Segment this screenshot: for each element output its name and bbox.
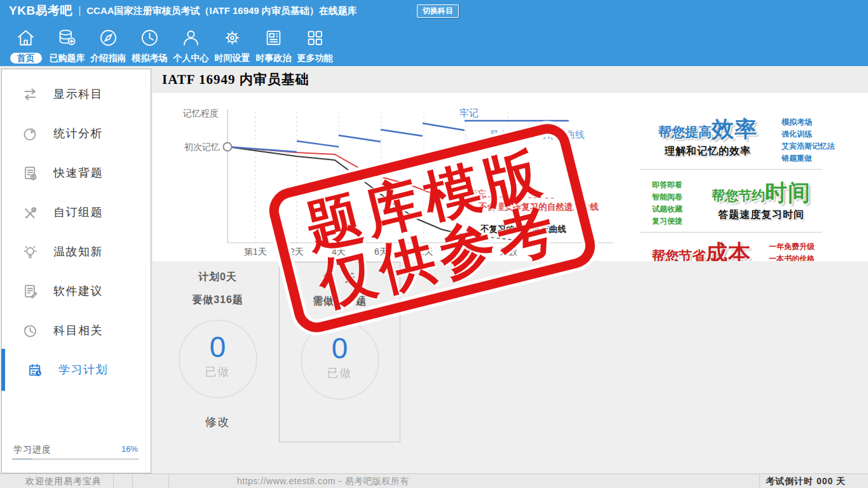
retain-label: 牢记 [459, 107, 478, 118]
study-plan-icon [27, 362, 43, 378]
home-icon [15, 27, 36, 51]
plan-days-text: 计划0天 [153, 271, 283, 284]
promo-title-prefix: 帮您节约 [712, 188, 765, 203]
red-curve-label: 不合理安排复习的自然遗忘曲线 [478, 202, 599, 212]
exam-title: CCAA国家注册审核员考试（IATF 16949 内审员基础）在线题库 [86, 5, 357, 17]
forget-label: 遗忘 [468, 188, 487, 199]
toolbar-label: 介绍指南 [91, 53, 126, 64]
sidebar: 显示科目 统计分析 快速背题 自订组题 温故知新 软件建议 科目相关 学习计划 … [1, 69, 151, 473]
toolbar-item-purchased-banks[interactable]: 已购题库 [46, 27, 88, 66]
sidebar-item-label: 学习计划 [58, 362, 108, 377]
sidebar-item-show-subjects[interactable]: 显示科目 [2, 74, 151, 114]
lightbulb-icon [22, 244, 38, 260]
sidebar-item-label: 快速背题 [53, 165, 103, 180]
x-tick: 2天 [290, 247, 304, 257]
plan-summary: 计划0天 要做316题 0 已做 修改 [153, 261, 283, 430]
sidebar-item-label: 软件建议 [53, 283, 103, 299]
toolbar-label: 时间设置 [215, 53, 250, 64]
pie-chart-icon [22, 126, 38, 142]
toolbar-item-mock-exam[interactable]: 模拟考场 [129, 27, 170, 66]
switch-subject-button[interactable]: 切换科目 [417, 4, 459, 18]
status-separator [168, 474, 169, 488]
sidebar-item-software-feedback[interactable]: 软件建议 [2, 271, 151, 311]
flashcard-icon [22, 165, 38, 181]
header-divider: | [78, 5, 81, 17]
status-bar: 欢迎使用易考宝典 https://www.etest8.com－易考吧版权所有 … [0, 473, 868, 488]
sidebar-item-label: 温故知新 [53, 244, 103, 259]
toolbar-label: 时事政治 [256, 53, 292, 64]
today-day-text: 第 天 [280, 272, 400, 285]
toolbar-item-home[interactable]: 首页 [5, 27, 46, 66]
modify-plan-link[interactable]: 修改 [205, 414, 231, 430]
tools-icon [22, 205, 38, 220]
page-title: IATF 16949 内审员基础 [162, 71, 309, 88]
toolbar-label: 已购题库 [50, 53, 85, 64]
sidebar-item-quick-memorize[interactable]: 快速背题 [2, 153, 151, 193]
database-plus-icon [57, 27, 78, 51]
memory-curve-panel: 记忆程度 初次记忆 第1天 2天 4天 6天 12天 N天 天数 牢记 易考宝典… [153, 93, 868, 261]
done-count: 0 [180, 331, 256, 363]
promo-list-item: 一年免费升级 [769, 241, 845, 253]
x-tick: 天数 [499, 247, 517, 257]
app-logo: YKB易考吧 [9, 3, 72, 19]
study-progress-fill [12, 458, 32, 460]
sidebar-item-label: 显示科目 [53, 86, 103, 102]
compass-icon [98, 27, 119, 51]
toolbar-item-guide[interactable]: 介绍指南 [88, 27, 129, 66]
x-tick: N天 [458, 247, 473, 257]
sidebar-item-study-plan[interactable]: 学习计划 [2, 350, 151, 390]
status-separator [113, 474, 114, 488]
toolbar-item-current-affairs[interactable]: 时事政治 [253, 27, 294, 66]
promo-list-item: 试题收藏 [652, 203, 689, 215]
x-tick: 4天 [332, 247, 346, 257]
sidebar-item-subject-related[interactable]: 科目相关 [2, 311, 151, 350]
today-done-count: 0 [302, 332, 378, 364]
initial-memory-label: 初次记忆 [184, 142, 220, 152]
study-progress-label: 学习进度 [13, 444, 51, 454]
promo-list-item: 即答即看 [652, 179, 689, 191]
x-tick: 6天 [374, 247, 388, 257]
sidebar-item-custom-sets[interactable]: 自订组题 [2, 193, 151, 232]
today-done-label: 已做 [302, 365, 378, 381]
promo-list-item: 复习便捷 [652, 215, 689, 227]
status-copyright-text: https://www.etest8.com－易考吧版权所有 [237, 476, 409, 487]
toolbar-item-profile[interactable]: 个人中心 [170, 27, 212, 66]
sidebar-item-statistics[interactable]: 统计分析 [2, 114, 151, 153]
toolbar-label: 首页 [10, 53, 42, 64]
done-count-circle: 0 已做 [179, 320, 257, 398]
feedback-doc-icon [22, 283, 38, 299]
toolbar-label: 更多功能 [297, 53, 333, 64]
promo-list-item: 艾宾浩斯记忆法 [782, 140, 855, 152]
promo-section-time: 即答即看 智能阅卷 试题收藏 复习便捷 帮您节约时间 答题速度复习时间 [634, 174, 860, 227]
person-icon [180, 27, 201, 51]
status-welcome-text: 欢迎使用易考宝典 [25, 476, 102, 487]
today-plan-card: 第 天 需做 题 0 已做 [279, 262, 400, 442]
promo-list-item: 模拟考场 [782, 116, 855, 128]
done-label: 已做 [180, 364, 256, 379]
sidebar-item-review[interactable]: 温故知新 [2, 232, 151, 271]
promo-list-item: 强化训练 [782, 128, 855, 140]
toolbar-label: 个人中心 [173, 53, 209, 64]
study-progress-value: 16% [121, 444, 138, 454]
y-axis-label: 记忆程度 [182, 108, 219, 118]
exam-countdown-text: 考试倒计时 000 天 [766, 476, 846, 487]
gear-icon [222, 27, 243, 51]
title-bar: YKB易考吧 | CCAA国家注册审核员考试（IATF 16949 内审员基础）… [0, 0, 868, 22]
promo-panel: 帮您提高效率 理解和记忆的效率 模拟考场 强化训练 艾宾浩斯记忆法 错题重做 即… [634, 114, 860, 282]
promo-title-prefix: 帮您提高 [658, 125, 712, 139]
promo-divider [641, 169, 822, 170]
promo-subtitle: 理解和记忆的效率 [634, 145, 782, 158]
promo-section-efficiency: 帮您提高效率 理解和记忆的效率 模拟考场 强化训练 艾宾浩斯记忆法 错题重做 [634, 114, 860, 165]
main-toolbar: 首页 已购题库 介绍指南 模拟考场 个人中心 时间设置 时事政治 更多功能 [0, 22, 868, 66]
toolbar-item-time-settings[interactable]: 时间设置 [212, 27, 253, 66]
status-separator [132, 474, 133, 488]
clock-icon [139, 27, 160, 51]
study-progress-bar [12, 458, 139, 460]
plan-total-text: 要做316题 [153, 294, 283, 307]
sidebar-item-label: 自订组题 [53, 205, 103, 220]
sidebar-item-label: 科目相关 [53, 323, 103, 338]
toolbar-item-more[interactable]: 更多功能 [294, 27, 336, 66]
study-plan-section: 计划0天 要做316题 0 已做 修改 第 天 需做 题 0 已做 [153, 261, 868, 474]
sidebar-item-label: 统计分析 [53, 126, 103, 141]
swap-arrows-icon [22, 86, 38, 102]
